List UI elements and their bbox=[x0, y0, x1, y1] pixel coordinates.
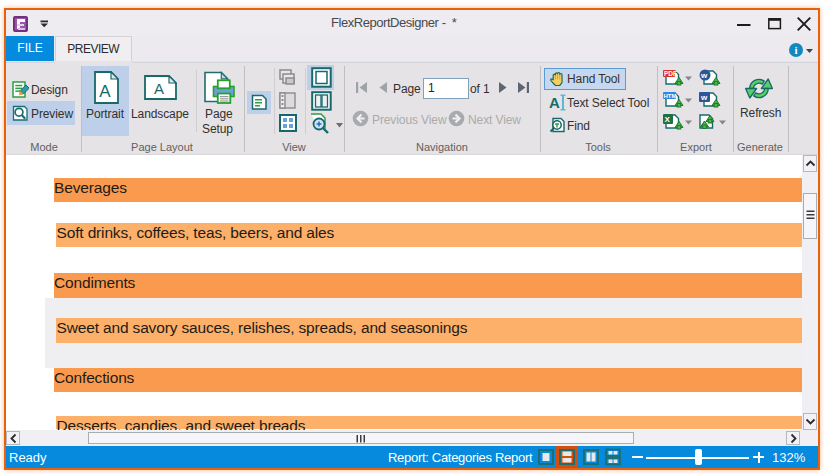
svg-text:PDF: PDF bbox=[664, 70, 677, 77]
svg-text:w: w bbox=[700, 93, 708, 102]
svg-text:A: A bbox=[549, 94, 560, 111]
svg-text:A: A bbox=[99, 82, 111, 101]
svg-text:w: w bbox=[700, 71, 708, 80]
svg-text:X: X bbox=[665, 115, 671, 124]
svg-text:HTM: HTM bbox=[664, 93, 677, 99]
svg-text:A: A bbox=[154, 80, 164, 97]
